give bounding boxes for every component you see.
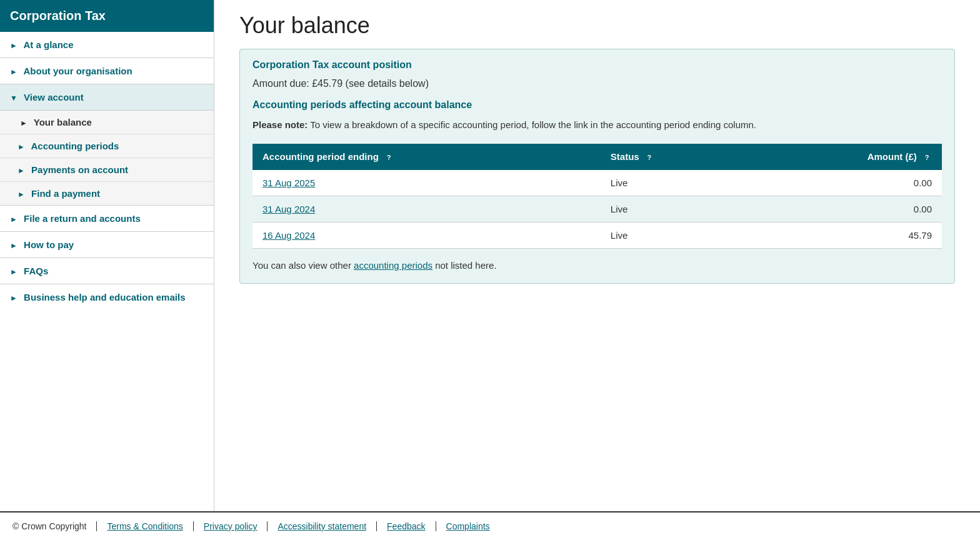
period-link-1[interactable]: 31 Aug 2025 bbox=[262, 178, 315, 188]
sidebar-item-at-a-glance[interactable]: ► At a glance bbox=[0, 32, 214, 58]
arrow-icon: ► bbox=[20, 119, 28, 128]
arrow-icon: ► bbox=[10, 41, 18, 50]
period-cell-2: 31 Aug 2024 bbox=[252, 196, 601, 222]
amount-help-icon[interactable]: ? bbox=[922, 152, 932, 162]
sidebar-item-view-account[interactable]: ▼ View account bbox=[0, 84, 214, 111]
sidebar-subitem-payments-on-account[interactable]: ► Payments on account bbox=[0, 158, 214, 182]
arrow-icon: ► bbox=[18, 190, 25, 199]
footer-feedback[interactable]: Feedback bbox=[377, 521, 436, 531]
table-row: 31 Aug 2025 Live 0.00 bbox=[252, 170, 942, 196]
account-position-box: Corporation Tax account position Amount … bbox=[239, 49, 955, 284]
account-position-title: Corporation Tax account position bbox=[252, 59, 942, 71]
sidebar-item-file-return[interactable]: ► File a return and accounts bbox=[0, 206, 214, 232]
footer-terms[interactable]: Terms & Conditions bbox=[97, 521, 193, 531]
table-row: 31 Aug 2024 Live 0.00 bbox=[252, 196, 942, 222]
arrow-icon: ► bbox=[10, 68, 18, 76]
main-content: Your balance Corporation Tax account pos… bbox=[214, 0, 980, 511]
sidebar-item-about-organisation[interactable]: ► About your organisation bbox=[0, 58, 214, 84]
col-period: Accounting period ending ? bbox=[252, 144, 601, 170]
status-help-icon[interactable]: ? bbox=[644, 152, 654, 162]
amount-cell-2: 0.00 bbox=[748, 196, 942, 222]
accessibility-link[interactable]: Accessibility statement bbox=[278, 521, 366, 531]
status-cell-1: Live bbox=[601, 170, 748, 196]
sidebar-item-how-to-pay[interactable]: ► How to pay bbox=[0, 232, 214, 258]
sidebar-subitem-your-balance[interactable]: ► Your balance bbox=[0, 111, 214, 134]
main-layout: Corporation Tax ► At a glance ► About yo… bbox=[0, 0, 980, 511]
sidebar-subitem-accounting-periods[interactable]: ► Accounting periods bbox=[0, 134, 214, 158]
sidebar-subitem-find-payment[interactable]: ► Find a payment bbox=[0, 182, 214, 206]
period-cell-1: 31 Aug 2025 bbox=[252, 170, 601, 196]
status-cell-3: Live bbox=[601, 222, 748, 248]
arrow-icon: ► bbox=[10, 268, 18, 276]
period-cell-3: 16 Aug 2024 bbox=[252, 222, 601, 248]
footer-privacy[interactable]: Privacy policy bbox=[194, 521, 268, 531]
page-title: Your balance bbox=[239, 12, 955, 39]
sidebar-title: Corporation Tax bbox=[10, 9, 106, 22]
period-link-2[interactable]: 31 Aug 2024 bbox=[262, 204, 315, 214]
balance-table: Accounting period ending ? Status ? Amou… bbox=[252, 144, 942, 249]
amount-due: Amount due: £45.79 (see details below) bbox=[252, 78, 942, 89]
period-link-3[interactable]: 16 Aug 2024 bbox=[262, 230, 315, 241]
table-row: 16 Aug 2024 Live 45.79 bbox=[252, 222, 942, 248]
sidebar-item-business-help[interactable]: ► Business help and education emails bbox=[0, 284, 214, 310]
sidebar: Corporation Tax ► At a glance ► About yo… bbox=[0, 0, 214, 511]
arrow-icon: ► bbox=[18, 166, 25, 175]
footer-complaints[interactable]: Complaints bbox=[436, 521, 500, 531]
arrow-icon: ► bbox=[10, 241, 18, 250]
note-text: Please note: To view a breakdown of a sp… bbox=[252, 118, 942, 132]
arrow-icon: ► bbox=[18, 142, 25, 151]
sidebar-item-faqs[interactable]: ► FAQs bbox=[0, 258, 214, 284]
amount-cell-1: 0.00 bbox=[748, 170, 942, 196]
terms-link[interactable]: Terms & Conditions bbox=[107, 521, 182, 531]
accounting-periods-link[interactable]: accounting periods bbox=[354, 260, 432, 271]
page-wrapper: Corporation Tax ► At a glance ► About yo… bbox=[0, 0, 980, 540]
sidebar-subitems-view-account: ► Your balance ► Accounting periods ► Pa… bbox=[0, 111, 214, 206]
privacy-link[interactable]: Privacy policy bbox=[204, 521, 258, 531]
arrow-icon: ► bbox=[10, 294, 18, 302]
sidebar-header: Corporation Tax bbox=[0, 0, 214, 32]
col-amount: Amount (£) ? bbox=[748, 144, 942, 170]
amount-cell-3: 45.79 bbox=[748, 222, 942, 248]
complaints-link[interactable]: Complaints bbox=[446, 521, 490, 531]
arrow-icon: ► bbox=[10, 215, 18, 224]
view-other-text: You can also view other accounting perio… bbox=[252, 260, 942, 271]
feedback-link[interactable]: Feedback bbox=[387, 521, 425, 531]
footer-copyright: © Crown Copyright bbox=[12, 521, 97, 531]
footer: © Crown Copyright Terms & Conditions Pri… bbox=[0, 511, 980, 540]
period-help-icon[interactable]: ? bbox=[384, 152, 394, 162]
col-status: Status ? bbox=[601, 144, 748, 170]
status-cell-2: Live bbox=[601, 196, 748, 222]
arrow-down-icon: ▼ bbox=[10, 94, 18, 102]
accounting-periods-subtitle: Accounting periods affecting account bal… bbox=[252, 99, 942, 111]
footer-accessibility[interactable]: Accessibility statement bbox=[268, 521, 377, 531]
